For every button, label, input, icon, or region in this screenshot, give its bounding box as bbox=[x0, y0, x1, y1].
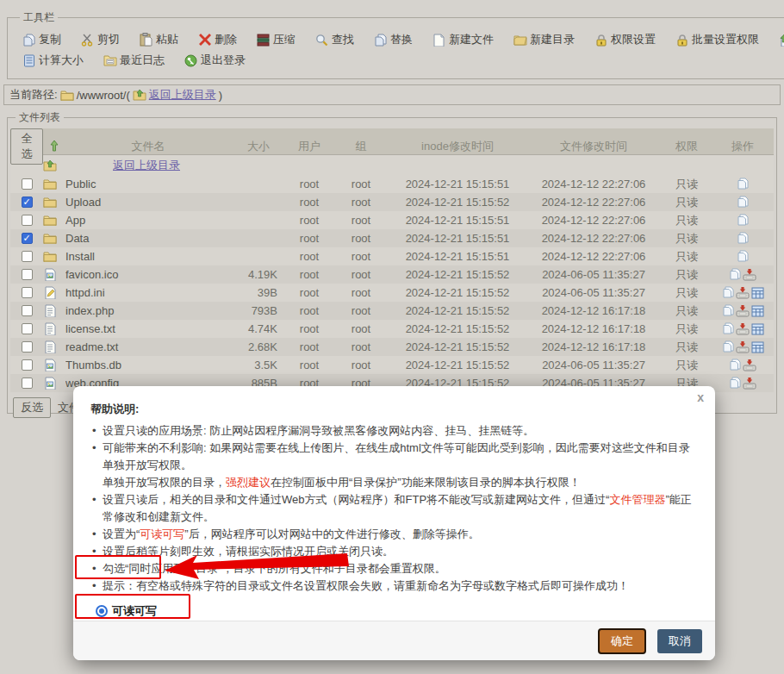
toolbar-button-paste[interactable]: 粘贴 bbox=[139, 32, 178, 47]
file-name[interactable]: App bbox=[65, 214, 231, 227]
toolbar-button-delete[interactable]: 删除 bbox=[197, 32, 237, 47]
table-row: Data root root 2024-12-21 15:15:51 2024-… bbox=[10, 229, 774, 247]
toolbar-button-replace[interactable]: 替换 bbox=[373, 32, 413, 47]
permission-value: 只读 bbox=[662, 231, 712, 247]
copy-icon[interactable] bbox=[729, 377, 741, 390]
new-folder-icon bbox=[513, 33, 527, 47]
annotation-box-subdir bbox=[75, 594, 190, 619]
file-user: root bbox=[286, 359, 333, 371]
file-name[interactable]: Install bbox=[65, 250, 231, 263]
copy-icon[interactable] bbox=[729, 359, 741, 371]
toolbar-button-permission[interactable]: 权限设置 bbox=[594, 32, 656, 47]
row-checkbox[interactable] bbox=[22, 359, 33, 371]
copy-icon[interactable] bbox=[729, 268, 741, 281]
copy-icon[interactable] bbox=[722, 304, 734, 317]
download-icon[interactable] bbox=[736, 340, 750, 353]
file-name[interactable]: Upload bbox=[65, 196, 231, 209]
file-name[interactable]: Public bbox=[65, 178, 231, 190]
download-icon[interactable] bbox=[743, 377, 756, 390]
edit-icon[interactable] bbox=[751, 305, 764, 317]
col-mtime[interactable]: 文件修改时间 bbox=[526, 139, 662, 154]
col-inode-time[interactable]: inode修改时间 bbox=[389, 139, 526, 154]
toolbar-button-logout[interactable]: 退出登录 bbox=[184, 53, 246, 68]
col-group[interactable]: 组 bbox=[333, 139, 389, 154]
toolbar-button-label: 替换 bbox=[390, 32, 413, 47]
file-name[interactable]: httpd.ini bbox=[65, 286, 231, 299]
parent-directory-link[interactable]: 返回上级目录 bbox=[113, 159, 180, 172]
row-operations bbox=[712, 178, 774, 190]
cancel-button[interactable]: 取消 bbox=[657, 629, 702, 653]
col-user[interactable]: 用户 bbox=[286, 139, 333, 154]
copy-icon[interactable] bbox=[722, 340, 734, 353]
copy-icon[interactable] bbox=[737, 214, 749, 227]
toolbar-button-search[interactable]: 查找 bbox=[314, 32, 354, 47]
row-checkbox[interactable] bbox=[22, 251, 33, 262]
download-icon[interactable] bbox=[743, 268, 756, 281]
col-filename[interactable]: 文件名 bbox=[65, 139, 231, 154]
row-checkbox[interactable] bbox=[22, 269, 33, 280]
invert-select-button[interactable]: 反选 bbox=[13, 397, 51, 418]
close-icon[interactable]: x bbox=[697, 390, 704, 404]
toolbar-button-upload[interactable]: 上传文件 bbox=[778, 32, 784, 47]
permission-value: 只读 bbox=[662, 267, 712, 283]
download-icon[interactable] bbox=[743, 359, 756, 371]
modify-time: 2024-06-05 11:35:27 bbox=[526, 359, 662, 371]
go-parent-directory-link[interactable]: 返回上级目录 bbox=[149, 87, 216, 103]
row-checkbox[interactable] bbox=[22, 378, 33, 389]
row-checkbox[interactable] bbox=[22, 305, 33, 316]
select-all-button[interactable]: 全选 bbox=[10, 128, 43, 165]
copy-icon[interactable] bbox=[737, 232, 749, 245]
toolbar-button-compress[interactable]: 压缩 bbox=[256, 32, 296, 47]
toolbar-row-2: 计算大小最近日志退出登录 bbox=[15, 49, 784, 70]
file-size: 2.68K bbox=[231, 340, 286, 353]
permission-value: 只读 bbox=[662, 249, 712, 265]
toolbar-button-cut[interactable]: 剪切 bbox=[80, 32, 120, 47]
toolbar-button-new-folder[interactable]: 新建目录 bbox=[513, 32, 575, 47]
row-checkbox[interactable] bbox=[22, 178, 33, 190]
row-operations bbox=[712, 322, 774, 335]
file-name[interactable]: license.txt bbox=[65, 322, 231, 335]
copy-icon[interactable] bbox=[737, 250, 749, 263]
copy-icon[interactable] bbox=[737, 178, 749, 190]
inode-time: 2024-12-21 15:15:51 bbox=[389, 214, 526, 227]
copy-icon[interactable] bbox=[722, 286, 734, 299]
table-row: favicon.ico 4.19K root root 2024-12-21 1… bbox=[10, 265, 774, 284]
edit-icon[interactable] bbox=[751, 287, 764, 299]
file-name[interactable]: readme.txt bbox=[65, 340, 231, 353]
edit-icon[interactable] bbox=[751, 341, 764, 353]
file-group: root bbox=[333, 232, 389, 245]
download-icon[interactable] bbox=[736, 322, 750, 335]
row-checkbox[interactable] bbox=[22, 215, 33, 226]
toolbar-button-label: 批量设置权限 bbox=[692, 32, 759, 47]
toolbar-legend: 工具栏 bbox=[20, 10, 58, 25]
table-row: index.php 793B root root 2024-12-21 15:1… bbox=[10, 302, 774, 320]
download-icon[interactable] bbox=[736, 304, 750, 317]
toolbar-button-batch-permission[interactable]: 批量设置权限 bbox=[675, 32, 759, 47]
row-checkbox[interactable] bbox=[22, 341, 33, 353]
row-checkbox[interactable] bbox=[22, 197, 33, 208]
col-size[interactable]: 大小 bbox=[231, 139, 286, 154]
copy-icon[interactable] bbox=[722, 322, 734, 335]
file-name[interactable]: Data bbox=[65, 232, 231, 245]
file-name[interactable]: favicon.ico bbox=[65, 268, 231, 281]
copy-icon[interactable] bbox=[737, 196, 749, 209]
file-group: root bbox=[333, 359, 389, 371]
inode-time: 2024-12-21 15:15:52 bbox=[389, 304, 526, 317]
toolbar-button-copy[interactable]: 复制 bbox=[22, 32, 61, 47]
col-perm[interactable]: 权限 bbox=[662, 139, 712, 154]
toolbar-button-new-file[interactable]: 新建文件 bbox=[432, 32, 494, 47]
sort-up-icon[interactable] bbox=[47, 140, 61, 152]
edit-icon[interactable] bbox=[751, 323, 764, 335]
row-checkbox[interactable] bbox=[22, 323, 33, 334]
permission-icon bbox=[594, 33, 608, 47]
download-icon[interactable] bbox=[736, 286, 750, 299]
file-name[interactable]: Thumbs.db bbox=[65, 359, 231, 371]
row-checkbox[interactable] bbox=[22, 233, 33, 244]
toolbar-button-recent-log[interactable]: 最近日志 bbox=[103, 53, 165, 68]
folder-icon bbox=[43, 178, 57, 190]
ok-button[interactable]: 确定 bbox=[598, 628, 646, 654]
file-name[interactable]: index.php bbox=[65, 304, 231, 317]
toolbar-button-calc-size[interactable]: 计算大小 bbox=[22, 53, 84, 68]
folder-icon bbox=[43, 197, 57, 209]
row-checkbox[interactable] bbox=[22, 287, 33, 298]
